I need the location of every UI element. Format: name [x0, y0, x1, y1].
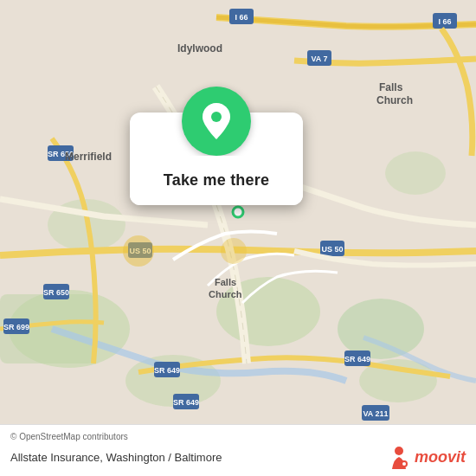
svg-text:SR 649: SR 649 — [344, 355, 370, 363]
moovit-brand-icon — [387, 445, 411, 469]
svg-text:Merrifield: Merrifield — [65, 151, 112, 163]
svg-text:SR 699: SR 699 — [3, 323, 29, 331]
svg-text:I 66: I 66 — [438, 17, 451, 26]
svg-text:Idylwood: Idylwood — [177, 42, 222, 55]
svg-point-46 — [402, 462, 406, 466]
svg-text:SR 649: SR 649 — [154, 366, 180, 375]
svg-text:VA 211: VA 211 — [363, 409, 388, 418]
svg-point-40 — [221, 238, 247, 264]
location-pin-icon — [199, 101, 234, 141]
bottom-info-row: Allstate Insurance, Washington / Baltimo… — [10, 445, 466, 469]
svg-text:I 66: I 66 — [235, 13, 248, 22]
svg-point-7 — [385, 151, 446, 195]
popup-bubble: Take me there — [130, 113, 303, 205]
svg-point-43 — [211, 112, 222, 122]
svg-text:VA 7: VA 7 — [311, 55, 327, 63]
svg-text:US 50: US 50 — [321, 245, 343, 254]
popup-icon-area — [182, 87, 251, 156]
svg-point-3 — [338, 299, 424, 359]
moovit-wordmark: moovit — [415, 448, 466, 466]
svg-text:SR 650: SR 650 — [43, 288, 69, 297]
location-text: Allstate Insurance, Washington / Baltimo… — [10, 451, 222, 464]
svg-text:Falls: Falls — [215, 277, 236, 287]
moovit-logo[interactable]: moovit — [387, 445, 466, 469]
map-svg: I 66 VA 7 US 50 US 50 SR 650 SR 650 SR 6… — [0, 0, 476, 424]
attribution: © OpenStreetMap contributors — [10, 432, 466, 441]
svg-point-2 — [216, 277, 320, 346]
map-area: I 66 VA 7 US 50 US 50 SR 650 SR 650 SR 6… — [0, 0, 476, 424]
svg-point-39 — [123, 235, 154, 267]
svg-text:Falls: Falls — [379, 81, 403, 93]
svg-text:SR 649: SR 649 — [173, 398, 199, 407]
svg-text:Church: Church — [376, 94, 413, 106]
svg-text:Church: Church — [209, 289, 242, 299]
svg-point-41 — [233, 207, 243, 217]
bottom-bar: © OpenStreetMap contributors Allstate In… — [0, 424, 476, 476]
take-me-there-button[interactable]: Take me there — [130, 156, 303, 205]
svg-point-44 — [395, 447, 403, 455]
